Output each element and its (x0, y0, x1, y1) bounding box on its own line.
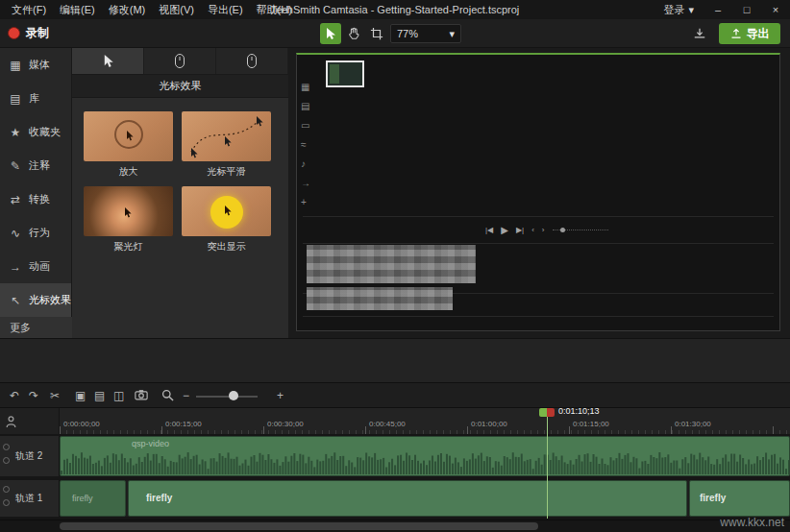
timeline-zoom-out-button[interactable]: − (183, 388, 189, 403)
sidebar-item-transitions[interactable]: ⇄ 转换 (0, 182, 71, 216)
audio-clip-qsp-video[interactable]: qsp-video (60, 436, 790, 476)
effect-magnify[interactable]: 放大 (84, 111, 173, 179)
mini-seek-slider (553, 230, 608, 230)
cursor-effects-panel: 光标效果 放大 光标平滑 (72, 48, 288, 338)
timeline-zoom-handle[interactable] (229, 391, 238, 400)
sidebar-item-favorites[interactable]: ★ 收藏夹 (0, 115, 71, 149)
cursor-arrow-icon (124, 207, 133, 218)
login-button[interactable]: 登录 ▾ (654, 3, 704, 17)
effect-cursor-smoothing[interactable]: 光标平滑 (182, 111, 271, 179)
track-hide-toggle[interactable] (3, 457, 10, 464)
mouse-icon (175, 54, 185, 68)
menu-view[interactable]: 视图(V) (153, 1, 200, 19)
menu-file[interactable]: 文件(F) (6, 1, 52, 19)
annotation-icon: ✎ (9, 159, 22, 173)
cut-button[interactable]: ✂ (50, 388, 60, 403)
sidebar-item-label: 收藏夹 (29, 125, 61, 139)
tab-cursor-pointer[interactable] (72, 48, 144, 74)
close-button[interactable]: × (761, 0, 790, 19)
login-label: 登录 (663, 3, 684, 17)
camera-icon (135, 389, 148, 400)
chevron-down-icon: ▾ (688, 4, 694, 16)
timeline-toolbar: ↶ ↷ ✂ ▣ ▤ ◫ − + (0, 382, 790, 407)
clip-label: firefly (700, 493, 726, 503)
mini-skip-forward-icon: ▶| (516, 226, 524, 234)
copy-button[interactable]: ▣ (75, 388, 86, 403)
recorded-ui-divider (303, 243, 774, 244)
menu-export[interactable]: 导出(E) (202, 1, 249, 19)
video-clip-firefly-2[interactable]: firefly (128, 480, 687, 517)
zoom-level-dropdown[interactable]: 77% ▾ (390, 24, 461, 43)
timeline-zoom-in-button[interactable]: + (277, 388, 284, 403)
track-row-2: 轨道 2 qsp-video (0, 436, 790, 476)
effect-label: 聚光灯 (84, 240, 173, 254)
sidebar-item-label: 注释 (29, 158, 50, 173)
sidebar-item-label: 光标效果 (29, 293, 71, 307)
mini-library-icon: ▤ (301, 101, 310, 111)
transitions-icon: ⇄ (9, 193, 22, 206)
timeline-zoom-slider[interactable] (196, 396, 258, 398)
tab-mouse-click-left[interactable] (144, 48, 216, 74)
redo-button[interactable]: ↷ (29, 388, 38, 403)
video-clip-firefly-3[interactable]: firefly (689, 480, 790, 517)
split-button[interactable]: ◫ (113, 388, 124, 403)
track-lock-toggle[interactable] (3, 486, 10, 493)
video-clip-firefly-1[interactable]: firefly (60, 480, 126, 517)
pan-tool-button[interactable] (343, 23, 364, 44)
select-tool-button[interactable] (320, 23, 341, 44)
recorded-playback-controls: |◀ ▶ ▶| ‹ › (485, 225, 608, 235)
track-row-1: 轨道 1 firefly firefly firefly (0, 480, 790, 517)
playhead-marker[interactable] (539, 408, 555, 417)
playhead-in-handle[interactable] (539, 408, 547, 417)
playhead-out-handle[interactable] (547, 408, 555, 417)
undo-button[interactable]: ↶ (10, 388, 19, 403)
track-1-body: firefly firefly firefly (60, 480, 790, 517)
crop-tool-button[interactable] (366, 23, 387, 44)
maximize-button[interactable]: □ (732, 0, 761, 19)
recorded-ui-divider (303, 216, 774, 217)
blurred-watermark-block (307, 287, 453, 310)
export-button[interactable]: 导出 (719, 23, 780, 44)
crop-icon (370, 27, 383, 40)
time-ruler[interactable]: 0:00:00;00 0:00:15;00 0:00:30;00 0:00:45… (60, 408, 790, 435)
mini-skip-back-icon: |◀ (485, 226, 493, 234)
sidebar-item-annotations[interactable]: ✎ 注释 (0, 149, 71, 182)
title-bar: 文件(F) 编辑(E) 修改(M) 视图(V) 导出(E) 帮助(H) Tech… (0, 0, 790, 19)
download-button[interactable] (688, 23, 711, 44)
effects-grid: 放大 光标平滑 聚光灯 (72, 104, 288, 261)
sidebar-item-behaviors[interactable]: ∿ 行为 (0, 216, 71, 250)
site-watermark: www.kkx.net (720, 516, 784, 529)
canvas-area: ▦ ▤ ▭ ≈ ♪ → + |◀ ▶ ▶| ‹ › (288, 48, 790, 338)
effect-spotlight[interactable]: 聚光灯 (84, 186, 173, 254)
paste-button[interactable]: ▤ (94, 388, 105, 403)
menu-edit[interactable]: 编辑(E) (54, 1, 101, 19)
sidebar-item-label: 转换 (29, 192, 50, 206)
clip-label: firefly (72, 494, 93, 503)
playhead-line[interactable] (547, 417, 548, 519)
sidebar-item-cursor-effects[interactable]: ↖ 光标效果 (0, 283, 71, 317)
track-lock-toggle[interactable] (3, 444, 10, 450)
minimize-button[interactable]: – (704, 0, 732, 19)
main-toolbar: 录制 77% ▾ 导出 (0, 19, 790, 48)
cursor-arrow-icon (224, 206, 233, 216)
timeline-zoom-button[interactable] (161, 389, 174, 401)
record-button[interactable]: 录制 (8, 25, 49, 41)
screenshot-button[interactable] (135, 389, 148, 400)
track-2-header: 轨道 2 (0, 436, 60, 476)
sidebar-more-button[interactable]: 更多 (0, 317, 72, 338)
horizontal-scrollbar[interactable] (0, 520, 790, 532)
menu-modify[interactable]: 修改(M) (103, 1, 152, 19)
effect-highlight[interactable]: 突出显示 (182, 186, 271, 254)
sidebar-item-media[interactable]: ▦ 媒体 (0, 48, 71, 82)
track-hide-toggle[interactable] (3, 499, 10, 506)
sidebar-item-label: 行为 (29, 226, 50, 240)
cursor-icon: ↖ (9, 294, 22, 307)
effect-label: 光标平滑 (182, 165, 271, 179)
preview-stage[interactable]: ▦ ▤ ▭ ≈ ♪ → + |◀ ▶ ▶| ‹ › (296, 53, 780, 331)
sidebar-item-library[interactable]: ▤ 库 (0, 82, 71, 115)
scrollbar-thumb[interactable] (60, 522, 538, 530)
menu-help[interactable]: 帮助(H) (251, 1, 298, 19)
sidebar-item-animations[interactable]: → 动画 (0, 250, 71, 283)
timeline-tracks: 轨道 2 qsp-video 轨道 1 firefly fi (0, 434, 790, 520)
tab-mouse-click-right[interactable] (216, 48, 288, 74)
